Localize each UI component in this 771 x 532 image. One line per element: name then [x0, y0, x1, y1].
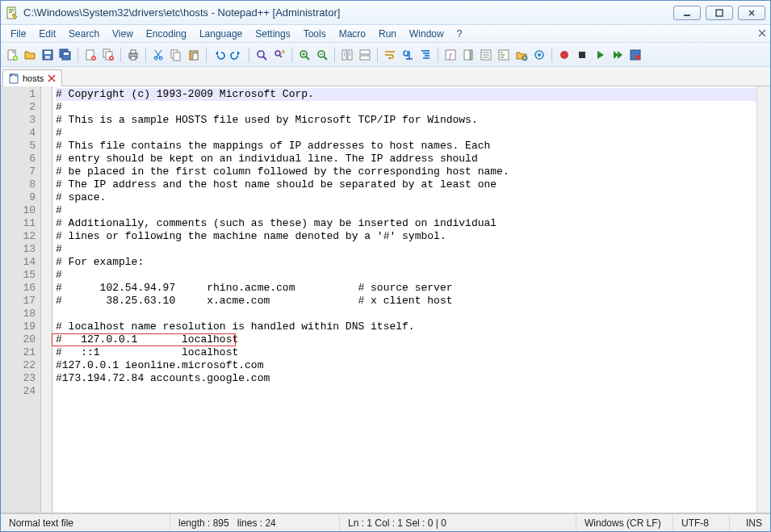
close-window-button[interactable] [738, 6, 765, 20]
menu-encoding[interactable]: Encoding [140, 25, 193, 42]
wordwrap-icon[interactable] [382, 47, 398, 63]
zoom-in-icon[interactable] [296, 47, 312, 63]
save-all-icon[interactable] [57, 47, 73, 63]
toolbar-separator [206, 48, 207, 62]
code-line[interactable]: #173.194.72.84 accounts.google.com [56, 372, 756, 385]
menubar-close-icon[interactable] [756, 27, 769, 40]
save-icon[interactable] [40, 47, 56, 63]
folder-workspace-icon[interactable] [513, 47, 530, 63]
toolbar-separator [120, 48, 121, 62]
code-line[interactable]: # [56, 243, 756, 256]
code-line[interactable]: # entry should be kept on an individual … [56, 153, 756, 165]
menu-run[interactable]: Run [372, 25, 403, 42]
code-line[interactable]: # localhost name resolution is handled w… [56, 320, 756, 333]
code-line[interactable]: # ::1 localhost [56, 346, 756, 359]
lang-udl-icon[interactable]: ƒ [442, 47, 459, 63]
monitor-icon[interactable] [531, 47, 547, 63]
menu-edit[interactable]: Edit [32, 25, 62, 42]
svg-rect-5 [716, 10, 723, 16]
status-position: Ln : 1 Col : 1 Sel : 0 | 0 [340, 514, 576, 531]
zoom-out-icon[interactable] [314, 47, 330, 63]
status-encoding: UTF-8 [673, 514, 730, 531]
menubar: FileEditSearchViewEncodingLanguageSettin… [1, 25, 770, 43]
status-eol: Windows (CR LF) [576, 514, 673, 531]
status-length: length : 895 lines : 24 [170, 514, 340, 531]
copy-icon[interactable] [168, 47, 184, 63]
open-file-icon[interactable] [22, 47, 38, 63]
svg-rect-34 [348, 50, 352, 60]
code-line[interactable]: # 127.0.0.1 localhost [56, 333, 756, 346]
menu-tools[interactable]: Tools [297, 25, 333, 42]
new-file-icon[interactable] [4, 47, 20, 63]
code-line[interactable]: # Copyright (c) 1993-2009 Microsoft Corp… [56, 88, 756, 101]
menu-window[interactable]: Window [403, 25, 450, 42]
toolbar-separator [438, 48, 438, 62]
code-line[interactable]: # This is a sample HOSTS file used by Mi… [56, 114, 756, 127]
paste-icon[interactable] [186, 47, 202, 63]
code-line[interactable] [56, 308, 756, 320]
code-line[interactable]: # lines or following the machine name de… [56, 230, 756, 243]
titlebar[interactable]: C:\Windows\System32\drivers\etc\hosts - … [1, 1, 770, 25]
menu-[interactable]: ? [450, 25, 469, 42]
svg-rect-9 [44, 51, 51, 54]
doc-map-icon[interactable] [460, 47, 476, 63]
indent-guide-icon[interactable] [417, 47, 434, 63]
code-line[interactable]: # For example: [56, 256, 756, 269]
code-line[interactable]: # This file contains the mappings of IP … [56, 140, 756, 153]
close-icon[interactable] [82, 47, 98, 63]
menu-view[interactable]: View [106, 25, 140, 42]
window-title: C:\Windows\System32\drivers\etc\hosts - … [23, 6, 673, 19]
code-line[interactable]: # The IP address and the host name shoul… [56, 178, 756, 191]
all-chars-icon[interactable] [400, 47, 416, 63]
redo-icon[interactable] [228, 47, 245, 63]
code-line[interactable]: # 102.54.94.97 rhino.acme.com # source s… [56, 282, 756, 295]
maximize-button[interactable] [706, 6, 733, 20]
play-multi-icon[interactable] [610, 47, 626, 63]
svg-rect-21 [131, 57, 136, 60]
svg-rect-25 [174, 52, 180, 61]
close-all-icon[interactable] [100, 47, 116, 63]
svg-rect-36 [360, 56, 370, 60]
cut-icon[interactable] [150, 47, 166, 63]
code-line[interactable]: # space. [56, 191, 756, 204]
svg-rect-4 [684, 15, 690, 16]
replace-icon[interactable] [271, 47, 287, 63]
play-macro-icon[interactable] [592, 47, 608, 63]
menu-language[interactable]: Language [193, 25, 249, 42]
code-line[interactable] [56, 385, 756, 398]
tab-close-icon[interactable] [47, 73, 57, 83]
code-line[interactable]: # 38.25.63.10 x.acme.com # x client host [56, 295, 756, 308]
statusbar: Normal text file length : 895 lines : 24… [1, 513, 770, 531]
svg-rect-3 [9, 12, 12, 13]
code-line[interactable]: # [56, 101, 756, 114]
code-line[interactable]: # [56, 204, 756, 217]
code-line[interactable]: # [56, 269, 756, 282]
code-line[interactable]: # be placed in the first column followed… [56, 165, 756, 178]
sync-v-icon[interactable] [339, 47, 355, 63]
svg-point-46 [560, 51, 568, 59]
menu-search[interactable]: Search [62, 25, 106, 42]
sync-h-icon[interactable] [357, 47, 373, 63]
toolbar: ƒ [1, 43, 770, 67]
code-line[interactable]: # Additionally, comments (such as these)… [56, 217, 756, 230]
minimize-button[interactable] [673, 6, 701, 20]
code-view[interactable]: # Copyright (c) 1993-2009 Microsoft Corp… [52, 86, 756, 513]
menu-file[interactable]: File [4, 25, 32, 42]
save-macro-icon[interactable] [627, 47, 643, 63]
undo-icon[interactable] [211, 47, 227, 63]
menu-settings[interactable]: Settings [249, 25, 296, 42]
code-line[interactable]: #127.0.0.1 ieonline.microsoft.com [56, 359, 756, 372]
vertical-scrollbar[interactable] [756, 86, 770, 513]
file-icon [8, 73, 19, 84]
record-macro-icon[interactable] [556, 47, 572, 63]
func-list-icon[interactable] [496, 47, 512, 63]
file-tab-hosts[interactable]: hosts [2, 69, 62, 86]
find-icon[interactable] [254, 47, 270, 63]
code-line[interactable]: # [56, 127, 756, 140]
tabbar: hosts [1, 67, 770, 86]
doc-list-icon[interactable] [478, 47, 494, 63]
print-icon[interactable] [125, 47, 141, 63]
menu-macro[interactable]: Macro [333, 25, 372, 42]
stop-macro-icon[interactable] [574, 47, 590, 63]
fold-column [41, 86, 52, 513]
